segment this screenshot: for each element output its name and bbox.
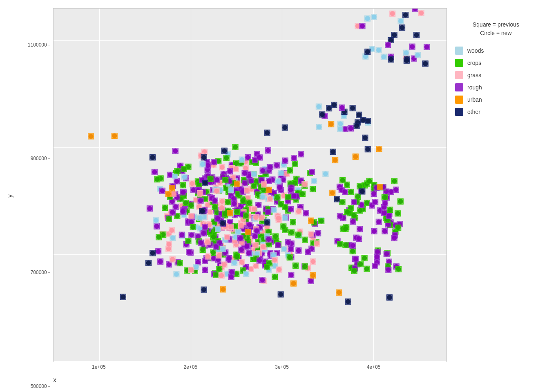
svg-point-1531 bbox=[150, 155, 155, 160]
svg-point-617 bbox=[172, 174, 177, 179]
chart-area: y 500000 - 700000 - 900000 - 1100000 - bbox=[4, 8, 447, 384]
svg-point-1537 bbox=[220, 221, 225, 226]
svg-point-1285 bbox=[342, 189, 347, 194]
svg-point-741 bbox=[173, 149, 178, 154]
svg-point-1157 bbox=[167, 242, 172, 247]
svg-point-67 bbox=[293, 263, 298, 268]
svg-point-1339 bbox=[351, 213, 356, 218]
svg-point-1173 bbox=[223, 178, 228, 183]
svg-point-895 bbox=[232, 260, 237, 265]
svg-point-53 bbox=[299, 152, 304, 157]
svg-point-355 bbox=[312, 178, 317, 183]
svg-point-861 bbox=[229, 270, 234, 274]
svg-point-1355 bbox=[358, 262, 363, 267]
chart-container: y 500000 - 700000 - 900000 - 1100000 - bbox=[0, 0, 549, 392]
svg-point-1451 bbox=[360, 24, 365, 29]
svg-point-629 bbox=[289, 272, 294, 277]
svg-point-1413 bbox=[365, 16, 370, 21]
svg-point-639 bbox=[296, 209, 301, 214]
legend-swatch-rough bbox=[455, 83, 463, 91]
svg-point-1519 bbox=[201, 155, 206, 160]
svg-point-1087 bbox=[203, 225, 208, 229]
svg-point-1569 bbox=[353, 154, 358, 159]
legend-title: Square = previous Circle = new bbox=[455, 20, 537, 38]
svg-point-969 bbox=[257, 155, 262, 160]
svg-point-1193 bbox=[152, 169, 157, 174]
data-svg bbox=[54, 9, 446, 362]
svg-point-1291 bbox=[373, 263, 377, 268]
svg-point-841 bbox=[181, 190, 185, 195]
svg-point-1175 bbox=[277, 185, 282, 190]
svg-point-761 bbox=[316, 231, 321, 236]
svg-point-987 bbox=[247, 222, 252, 227]
svg-point-933 bbox=[288, 246, 293, 251]
legend-item-grass: grass bbox=[455, 71, 484, 79]
svg-point-805 bbox=[276, 179, 281, 184]
svg-point-1439 bbox=[388, 57, 393, 62]
svg-point-1241 bbox=[362, 256, 367, 261]
svg-point-305 bbox=[277, 267, 282, 272]
svg-point-1009 bbox=[183, 200, 188, 205]
svg-point-1215 bbox=[372, 229, 377, 234]
svg-point-1045 bbox=[205, 163, 210, 168]
svg-point-1419 bbox=[400, 25, 405, 30]
svg-point-1167 bbox=[286, 195, 290, 200]
svg-point-1361 bbox=[350, 243, 355, 248]
svg-point-1123 bbox=[211, 234, 216, 239]
svg-point-715 bbox=[219, 205, 224, 210]
svg-point-1527 bbox=[228, 211, 232, 216]
svg-point-1131 bbox=[310, 187, 315, 192]
svg-point-379 bbox=[252, 234, 257, 239]
svg-point-1561 bbox=[200, 209, 205, 214]
svg-point-1385 bbox=[367, 178, 372, 183]
svg-point-1559 bbox=[310, 273, 315, 278]
svg-point-1105 bbox=[239, 260, 244, 265]
svg-point-755 bbox=[288, 187, 293, 192]
svg-point-1075 bbox=[234, 209, 239, 214]
y-tick-900000: 900000 - bbox=[31, 156, 50, 161]
svg-point-1489 bbox=[361, 118, 366, 122]
svg-point-317 bbox=[289, 230, 294, 235]
svg-point-1099 bbox=[208, 176, 213, 181]
svg-point-799 bbox=[266, 242, 271, 247]
svg-point-911 bbox=[260, 168, 265, 173]
svg-point-341 bbox=[177, 261, 182, 266]
svg-point-297 bbox=[323, 172, 328, 176]
svg-point-1453 bbox=[365, 49, 370, 54]
svg-point-1133 bbox=[160, 188, 165, 193]
svg-point-1333 bbox=[343, 226, 348, 231]
svg-point-1535 bbox=[365, 147, 370, 152]
svg-point-1565 bbox=[235, 181, 240, 186]
svg-point-835 bbox=[310, 169, 315, 174]
svg-point-1387 bbox=[386, 214, 391, 218]
svg-point-951 bbox=[252, 207, 257, 212]
svg-point-1039 bbox=[182, 175, 187, 180]
svg-point-1029 bbox=[261, 244, 266, 249]
svg-point-1059 bbox=[238, 236, 243, 241]
svg-point-1511 bbox=[330, 149, 335, 154]
svg-point-1407 bbox=[410, 44, 415, 49]
svg-point-1575 bbox=[146, 261, 151, 265]
svg-point-1485 bbox=[339, 105, 344, 110]
svg-point-1011 bbox=[279, 171, 283, 176]
legend-item-woods: woods bbox=[455, 47, 484, 55]
svg-point-393 bbox=[311, 259, 316, 264]
svg-point-545 bbox=[212, 198, 217, 203]
legend-item-urban: urban bbox=[455, 96, 484, 104]
svg-point-1487 bbox=[366, 118, 370, 123]
legend-swatch-grass bbox=[455, 71, 463, 79]
legend-swatch-other bbox=[455, 108, 463, 116]
svg-point-1457 bbox=[372, 15, 377, 20]
svg-point-919 bbox=[247, 200, 252, 205]
legend-label-grass: grass bbox=[467, 72, 481, 78]
svg-point-1523 bbox=[377, 185, 382, 189]
svg-point-1577 bbox=[282, 125, 287, 130]
legend-label-woods: woods bbox=[467, 47, 484, 54]
svg-point-949 bbox=[203, 267, 208, 272]
svg-point-1379 bbox=[352, 268, 357, 273]
svg-point-1151 bbox=[272, 258, 277, 263]
svg-point-531 bbox=[239, 247, 244, 252]
svg-point-1093 bbox=[252, 172, 257, 176]
svg-point-1493 bbox=[316, 104, 321, 109]
svg-point-1085 bbox=[199, 240, 203, 245]
